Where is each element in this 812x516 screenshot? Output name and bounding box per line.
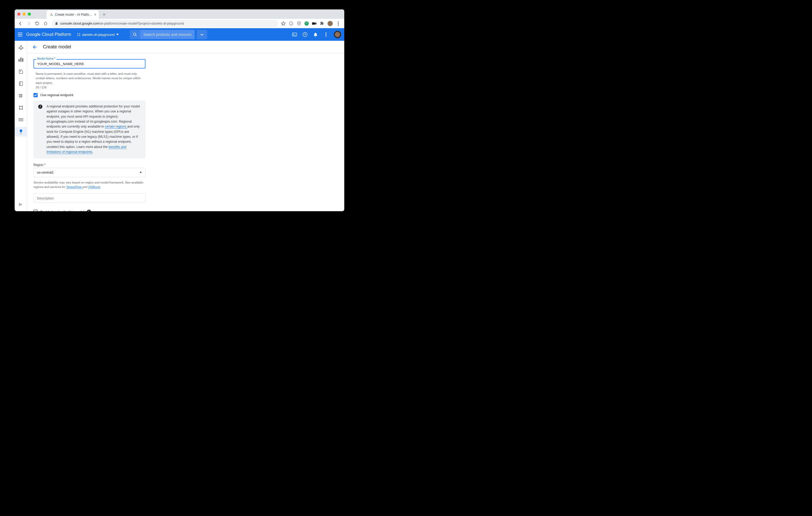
page-header: Create model xyxy=(27,41,344,53)
account-avatar[interactable] xyxy=(334,31,341,38)
gcp-header: Google Cloud Platform daniels-dl-playgro… xyxy=(14,28,344,41)
video-ext-icon[interactable] xyxy=(312,21,317,26)
window-controls xyxy=(17,12,31,16)
nav-reload-button[interactable] xyxy=(33,20,41,27)
sidebar-models-icon[interactable] xyxy=(18,117,24,123)
notifications-icon[interactable] xyxy=(313,32,318,37)
dropdown-arrow-icon: ▼ xyxy=(139,171,142,174)
svg-point-15 xyxy=(78,35,79,36)
help-icon[interactable]: ? xyxy=(302,32,308,37)
ai-platform-icon[interactable] xyxy=(18,44,24,51)
region-value: us-central1 xyxy=(37,171,54,174)
search-dropdown[interactable] xyxy=(197,30,207,39)
svg-point-27 xyxy=(19,48,20,49)
model-name-counter: 20 / 128 xyxy=(33,86,145,91)
svg-point-39 xyxy=(19,106,20,107)
browser-menu-icon[interactable] xyxy=(336,21,341,26)
nav-back-button[interactable] xyxy=(17,20,24,27)
content-area: Create model Model Name * Name is perman… xyxy=(14,41,344,211)
header-utilities: ? xyxy=(292,31,341,38)
model-name-label: Model Name * xyxy=(36,57,57,60)
svg-text:?: ? xyxy=(304,33,306,36)
model-name-field: Model Name * xyxy=(33,59,145,68)
search-button[interactable] xyxy=(130,30,140,39)
svg-rect-31 xyxy=(21,58,22,62)
svg-rect-36 xyxy=(19,94,22,97)
sidebar-data-labeling-icon[interactable] xyxy=(18,68,24,75)
sidebar-active-icon[interactable] xyxy=(14,127,27,136)
logging-label: Enable logging for this model xyxy=(40,210,84,211)
svg-point-28 xyxy=(22,48,23,49)
regional-info-box: i A regional endpoint provides additiona… xyxy=(33,100,145,158)
regional-info-text-3: . xyxy=(92,150,93,154)
region-select[interactable]: us-central1 ▼ xyxy=(33,168,145,177)
region-label: Region * xyxy=(33,163,145,167)
window-maximize[interactable] xyxy=(28,12,31,16)
url-text: console.cloud.google.com/ai-platform/cre… xyxy=(60,22,184,25)
browser-window: Create model – AI Platform – d × + conso… xyxy=(14,9,344,211)
svg-line-18 xyxy=(136,35,137,36)
nav-menu-icon[interactable] xyxy=(18,33,23,36)
back-arrow-icon[interactable] xyxy=(32,44,38,50)
browser-tab-bar: Create model – AI Platform – d × + xyxy=(14,9,344,19)
search-input[interactable] xyxy=(140,30,195,39)
gcp-logo[interactable]: Google Cloud Platform xyxy=(26,32,71,37)
svg-point-24 xyxy=(325,34,326,35)
project-name: daniels-dl-playground xyxy=(82,33,115,37)
sidebar-pipelines-icon[interactable] xyxy=(18,93,24,99)
sidebar-dashboard-icon[interactable] xyxy=(18,57,24,63)
svg-point-8 xyxy=(338,23,339,24)
sidebar-collapse-icon[interactable] xyxy=(18,201,24,208)
sidebar-notebooks-icon[interactable] xyxy=(18,81,24,87)
svg-point-13 xyxy=(78,33,79,34)
svg-point-7 xyxy=(338,22,339,23)
sidebar-jobs-icon[interactable] xyxy=(18,104,24,111)
info-ext-icon[interactable] xyxy=(289,21,293,26)
logging-checkbox-row: Enable logging for this model ? xyxy=(33,210,145,211)
description-input[interactable] xyxy=(33,193,145,203)
nav-home-button[interactable] xyxy=(42,20,49,27)
tab-close-icon[interactable]: × xyxy=(94,12,96,17)
grammarly-ext-icon[interactable]: G xyxy=(304,22,309,26)
tab-title: Create model – AI Platform – d xyxy=(55,13,93,17)
page-title: Create model xyxy=(43,44,71,50)
cloud-shell-icon[interactable] xyxy=(292,32,297,37)
svg-point-14 xyxy=(79,33,80,34)
regional-endpoint-checkbox-row: Use regional endpoint xyxy=(33,93,145,97)
logging-checkbox[interactable] xyxy=(33,210,38,211)
logging-help-icon[interactable]: ? xyxy=(87,210,91,211)
pocket-ext-icon[interactable] xyxy=(297,21,301,26)
sidebar xyxy=(14,41,27,211)
svg-rect-32 xyxy=(22,58,23,62)
browser-tab[interactable]: Create model – AI Platform – d × xyxy=(47,10,99,19)
tensorflow-link[interactable]: TensorFlow xyxy=(66,185,82,189)
star-icon[interactable] xyxy=(281,21,286,26)
url-bar[interactable]: console.cloud.google.com/ai-platform/cre… xyxy=(52,20,278,27)
project-picker[interactable]: daniels-dl-playground xyxy=(75,32,121,38)
regional-endpoint-label: Use regional endpoint xyxy=(40,93,73,97)
regional-endpoint-checkbox[interactable] xyxy=(33,93,38,97)
svg-point-17 xyxy=(134,33,136,35)
window-close[interactable] xyxy=(17,12,21,16)
settings-menu-icon[interactable] xyxy=(323,32,328,37)
xgboost-link[interactable]: XGBoost xyxy=(88,185,100,189)
svg-point-33 xyxy=(20,71,21,71)
window-minimize[interactable] xyxy=(23,12,26,16)
chevron-down-icon xyxy=(116,34,119,35)
certain-regions-link[interactable]: certain regions xyxy=(105,125,127,129)
svg-rect-34 xyxy=(19,82,23,86)
form: Model Name * Name is permanent, is case-… xyxy=(27,53,152,211)
info-icon: i xyxy=(38,104,42,109)
svg-point-40 xyxy=(22,106,23,107)
project-icon xyxy=(77,33,81,36)
gcp-favicon-icon xyxy=(49,12,53,17)
new-tab-button[interactable]: + xyxy=(100,11,108,18)
svg-point-41 xyxy=(19,109,20,110)
svg-point-26 xyxy=(21,45,22,47)
model-name-input[interactable] xyxy=(33,59,145,68)
profile-avatar-icon[interactable] xyxy=(327,21,333,26)
model-name-helper: Name is permanent, is case-sensitive, mu… xyxy=(33,70,145,86)
nav-forward-button[interactable] xyxy=(25,20,32,27)
svg-point-23 xyxy=(325,32,326,33)
extensions-icon[interactable] xyxy=(320,21,324,26)
